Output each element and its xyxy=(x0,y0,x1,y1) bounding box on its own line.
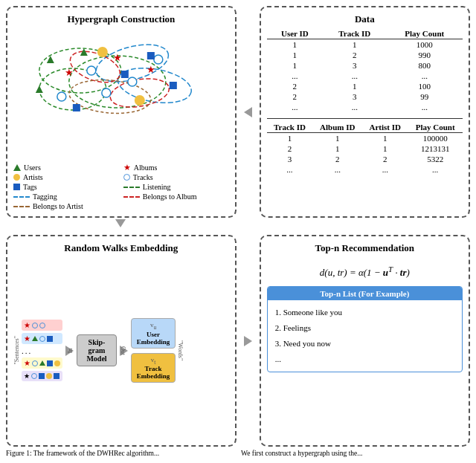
table-row: ... ... ... xyxy=(267,102,463,112)
triangle-icon xyxy=(13,164,21,171)
legend-listening-label: Listening xyxy=(143,183,171,191)
legend-artists: Artists xyxy=(13,173,119,181)
sentence-row-3: ★ xyxy=(22,357,62,369)
sg-out-label: Out xyxy=(120,346,126,355)
down-arrow-right xyxy=(262,218,470,229)
legend-belongs-artist: Belongs to Artist xyxy=(13,202,119,210)
legend-tracks: Tracks xyxy=(123,173,229,181)
legend-tracks-label: Tracks xyxy=(133,173,153,181)
table-row: 1 3 800 xyxy=(267,60,463,71)
star-icon: ★ xyxy=(123,163,131,172)
sentence-row-2: ★ xyxy=(22,333,62,344)
circle-sym3 xyxy=(39,336,45,342)
tri-sym xyxy=(32,336,38,341)
svg-text:★: ★ xyxy=(147,64,155,75)
dash-brown-icon xyxy=(13,206,30,207)
col-artistid: Artist ID xyxy=(362,122,408,133)
list-item-1: 1. Someone like you xyxy=(275,305,454,320)
sq-sym3 xyxy=(39,373,45,379)
legend-users: Users xyxy=(13,163,119,172)
svg-marker-9 xyxy=(36,85,43,93)
table-row: ... ... ... ... xyxy=(267,164,463,175)
circle-yellow-icon xyxy=(13,174,20,181)
middle-arrows xyxy=(6,218,470,229)
topn-list-body: 1. Someone like you 2. Feelings 3. Need … xyxy=(268,300,462,372)
col-albumid: Album ID xyxy=(312,122,362,133)
data-title: Data xyxy=(267,13,463,25)
dash-blue-icon xyxy=(13,196,30,198)
legend-users-label: Users xyxy=(24,163,41,172)
table2-header-row: Track ID Album ID Artist ID Play Count xyxy=(267,122,463,133)
sq-sym xyxy=(47,336,53,342)
rw-panel: Random Walks Embedding "Sentences" ★ ★ xyxy=(6,235,237,447)
circle-sym4 xyxy=(32,360,38,366)
cir-y-sym2 xyxy=(46,373,52,379)
svg-point-0 xyxy=(39,48,121,93)
caption-right-text: We first construct a hypergraph using th… xyxy=(241,450,362,457)
dash-green-icon xyxy=(123,187,140,188)
data-panel: Data User ID Track ID Play Count 1 1 100… xyxy=(260,6,470,218)
col-trackid: Track ID xyxy=(323,28,387,39)
data-table2: Track ID Album ID Artist ID Play Count 1… xyxy=(267,122,463,175)
sentences-area: "Sentences" ★ ★ xyxy=(13,262,62,439)
rec-title: Top-n Recommendation xyxy=(267,242,463,254)
square-icon xyxy=(13,184,20,190)
svg-text:★: ★ xyxy=(113,52,122,63)
legend-tags-label: Tags xyxy=(23,183,37,191)
user-emb-label: UserEmbedding xyxy=(135,331,171,346)
dash-red-icon xyxy=(123,196,140,198)
tri-sym2 xyxy=(39,360,45,366)
hypergraph-title: Hypergraph Construction xyxy=(13,13,229,25)
track-emb-label: TrackEmbedding xyxy=(135,365,171,380)
sentences-label: "Sentences" xyxy=(13,336,20,365)
user-embedding-box: vu UserEmbedding xyxy=(131,318,176,349)
circle-sym5 xyxy=(31,373,37,379)
rec-panel: Top-n Recommendation d(u, tr) = α(1 − uT… xyxy=(260,235,470,447)
right-arrow-to-rec xyxy=(244,336,252,346)
rw-title: Random Walks Embedding xyxy=(13,242,229,254)
legend-listening: Listening xyxy=(123,183,229,191)
legend-tagging: Tagging xyxy=(13,192,119,201)
table-row: 1 1 1 100000 xyxy=(267,132,463,143)
cir-y-sym xyxy=(54,360,60,366)
circle-sym2 xyxy=(39,323,45,328)
svg-rect-24 xyxy=(73,104,80,111)
down-arrow-icon-left xyxy=(115,219,126,227)
legend-belongs-album-label: Belongs to Album xyxy=(143,192,197,201)
sentence-dots: ... xyxy=(22,346,62,355)
words-label: "Words" xyxy=(177,340,184,360)
list-item-3: 3. Need you now xyxy=(275,336,454,352)
sentence-row-4: ★ xyxy=(22,371,62,381)
table-row: 3 2 2 5322 xyxy=(267,154,463,164)
legend-belongs-album: Belongs to Album xyxy=(123,192,229,201)
svg-rect-21 xyxy=(121,71,129,78)
svg-marker-8 xyxy=(47,56,54,63)
legend-artists-label: Artists xyxy=(23,173,43,181)
svg-rect-22 xyxy=(170,82,177,89)
vt-label: vt xyxy=(135,356,171,366)
hypergraph-panel: Hypergraph Construction xyxy=(6,6,237,218)
rw-content: "Sentences" ★ ★ xyxy=(13,262,229,439)
col-trackid2: Track ID xyxy=(267,122,313,133)
table-row: 1 2 990 xyxy=(267,50,463,60)
star-sym: ★ xyxy=(24,321,30,329)
legend-belongs-artist-label: Belongs to Artist xyxy=(33,202,83,210)
table-row: 2 3 99 xyxy=(267,91,463,102)
table-row: 1 1 1000 xyxy=(267,39,463,51)
caption-left: Figure 1: The framework of the DWHRec al… xyxy=(6,450,235,457)
legend-albums: ★ Albums xyxy=(123,163,229,172)
bottom-row: Random Walks Embedding "Sentences" ★ ★ xyxy=(6,235,470,447)
table1-header-row: User ID Track ID Play Count xyxy=(267,28,463,39)
legend-tags: Tags xyxy=(13,183,119,191)
table-row: 2 1 100 xyxy=(267,81,463,91)
down-arrow-left xyxy=(6,218,235,229)
arrow-left-data xyxy=(242,6,254,218)
caption-right: We first construct a hypergraph using th… xyxy=(241,450,470,457)
table-gap xyxy=(267,112,463,118)
legend-tagging-label: Tagging xyxy=(33,192,57,201)
hypergraph-svg: ★ ★ ★ xyxy=(13,30,229,134)
legend-albums-label: Albums xyxy=(134,163,158,172)
circle-outline-icon xyxy=(123,174,130,181)
svg-rect-23 xyxy=(147,52,155,59)
vu-label: vu xyxy=(135,321,171,331)
